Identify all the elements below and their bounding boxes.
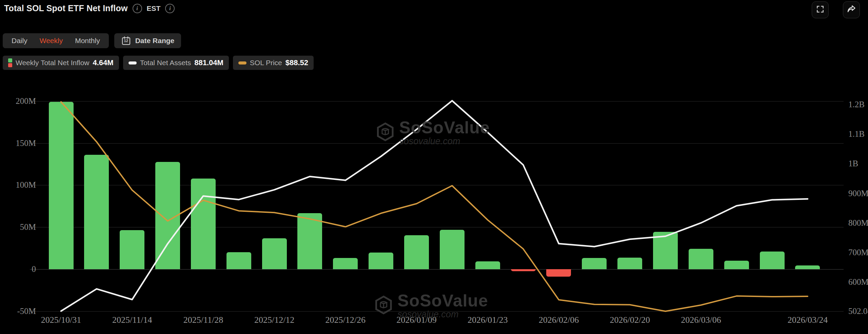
x-axis-tick: 2026/03/24 <box>788 315 828 325</box>
inflow-bar <box>369 253 393 269</box>
gridline <box>30 227 844 227</box>
outflow-bar <box>511 269 536 271</box>
inflow-bar <box>49 102 74 269</box>
watermark-top: SoSoValue sosovalue.com <box>377 119 490 146</box>
inflow-bar <box>84 155 109 269</box>
inflow-bar <box>404 235 429 269</box>
x-axis-tick: 2026/02/20 <box>610 315 650 325</box>
chart-canvas[interactable]: 200M150M100M50M0-50M1.2B1.1B1B900M800M70… <box>0 0 868 334</box>
right-axis-tick: 1.2B <box>848 100 865 109</box>
left-axis-tick: 150M <box>2 138 36 148</box>
x-axis-tick: 2025/12/26 <box>326 315 366 325</box>
right-axis-tick: 600M <box>848 277 868 287</box>
inflow-bar <box>724 261 749 269</box>
x-axis-tick: 2025/11/14 <box>112 315 152 325</box>
watermark-domain: sosovalue.com <box>397 310 488 319</box>
watermark-bottom: SoSoValue sosovalue.com <box>375 292 488 319</box>
right-axis-tick: 1B <box>848 159 858 168</box>
inflow-bar <box>155 162 180 269</box>
left-axis-tick: 100M <box>2 180 36 190</box>
inflow-bar <box>617 258 642 269</box>
inflow-bar <box>795 265 820 269</box>
inflow-bar <box>226 252 251 269</box>
right-axis-tick: 502.04M <box>848 307 868 316</box>
inflow-bar <box>582 258 607 269</box>
right-axis-tick: 800M <box>848 218 868 228</box>
watermark-brand: SoSoValue <box>397 292 488 309</box>
watermark-brand: SoSoValue <box>399 119 490 136</box>
left-axis-tick: 0 <box>2 264 36 274</box>
inflow-bar <box>191 179 216 269</box>
outflow-bar <box>546 269 571 277</box>
inflow-bar <box>297 213 322 269</box>
x-axis-tick: 2026/03/06 <box>681 315 721 325</box>
inflow-bar <box>760 252 785 269</box>
gridline <box>30 269 844 270</box>
x-axis-tick: 2025/12/12 <box>254 315 294 325</box>
watermark-domain: sosovalue.com <box>399 137 490 146</box>
inflow-bar <box>689 249 713 269</box>
x-axis-tick: 2025/11/28 <box>183 315 223 325</box>
inflow-bar <box>653 232 678 269</box>
inflow-bar <box>120 230 144 269</box>
left-axis-tick: 50M <box>2 222 36 232</box>
right-axis-tick: 900M <box>848 189 868 198</box>
sol-etf-chart-page: Total SOL Spot ETF Net Inflow i EST i Da… <box>0 0 868 334</box>
left-axis-tick: 200M <box>2 96 36 106</box>
sosovalue-hexagon-logo <box>377 122 394 143</box>
left-axis-tick: -50M <box>2 307 36 316</box>
inflow-bar <box>475 261 500 269</box>
inflow-bar <box>333 258 358 269</box>
inflow-bar <box>440 230 465 269</box>
gridline <box>30 185 844 185</box>
sosovalue-hexagon-logo <box>375 295 392 316</box>
x-axis-tick: 2026/02/06 <box>539 315 579 325</box>
x-axis-tick: 2025/10/31 <box>41 315 81 325</box>
gridline <box>30 101 844 101</box>
right-axis-tick: 1.1B <box>848 129 865 139</box>
right-axis-tick: 700M <box>848 248 868 257</box>
inflow-bar <box>262 238 287 269</box>
